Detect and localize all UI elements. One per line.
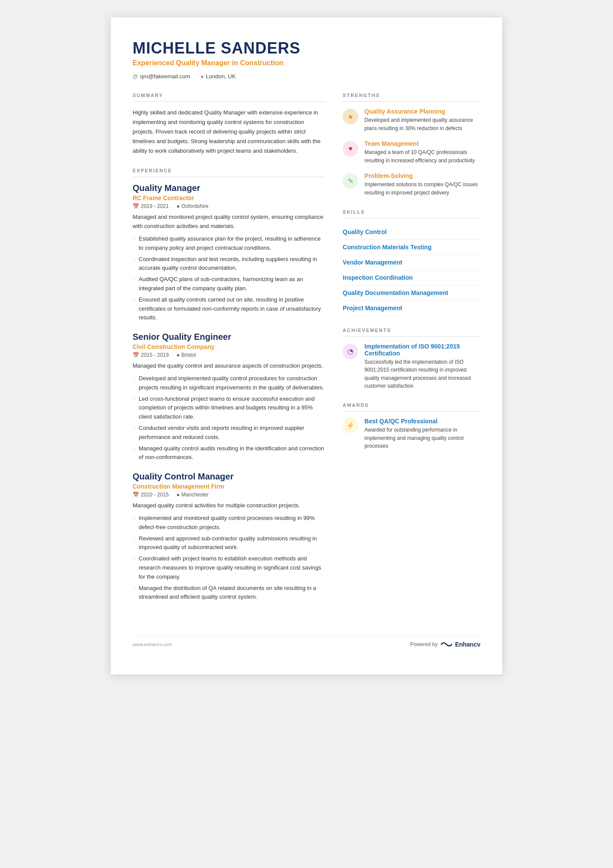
resume-page: MICHELLE SANDERS Experienced Quality Man… (111, 17, 502, 674)
calendar-icon-1: 📅 (133, 203, 139, 209)
left-column: SUMMARY Highly skilled and dedicated Qua… (133, 93, 325, 614)
job-title-1: Quality Manager (133, 183, 325, 193)
award-desc-1: Awarded for outstanding performance in i… (364, 426, 480, 450)
job-quality-manager: Quality Manager RC Frame Contractor 📅 20… (133, 183, 325, 322)
job-desc-3: Managed quality control activities for m… (133, 501, 325, 510)
bullet-item: Audited QA/QC plans of sub-contractors, … (133, 275, 325, 293)
award-best-qa: ⚡ Best QA/QC Professional Awarded for ou… (343, 418, 480, 450)
strength-title-2: Team Management (364, 140, 480, 147)
location-contact: ● London, UK (200, 73, 236, 80)
location-3: ● Manchester (177, 492, 209, 498)
footer: www.enhancv.com Powered by Enhancv (133, 636, 480, 648)
strength-problem-solving: ✎ Problem-Solving Implemented solutions … (343, 172, 480, 197)
skill-inspection: Inspection Coordination (343, 270, 480, 285)
calendar-icon-2: 📅 (133, 352, 139, 358)
candidate-tagline: Experienced Quality Manager in Construct… (133, 59, 480, 67)
awards-section: AWARDS ⚡ Best QA/QC Professional Awarded… (343, 402, 480, 450)
bolt-icon: ⚡ (343, 418, 358, 433)
job-meta-1: 📅 2019 - 2021 ● Oxfordshire (133, 203, 325, 209)
skill-documentation: Quality Documentation Management (343, 285, 480, 301)
candidate-name: MICHELLE SANDERS (133, 39, 480, 57)
skills-section: SKILLS Quality Control Construction Mate… (343, 209, 480, 315)
dates-1: 📅 2019 - 2021 (133, 203, 169, 209)
summary-title: SUMMARY (133, 93, 325, 102)
summary-text: Highly skilled and dedicated Quality Man… (133, 108, 325, 156)
heart-icon: ♥ (343, 141, 358, 157)
achievement-title-1: Implementation of ISO 9001:2015 Certific… (364, 343, 480, 357)
enhancv-logo-icon (440, 640, 453, 648)
bullets-1: Established quality assurance plan for t… (133, 235, 325, 322)
calendar-icon-3: 📅 (133, 492, 139, 498)
contact-row: @ qm@fakeemail.com ● London, UK (133, 73, 480, 80)
strength-content-2: Team Management Managed a team of 10 QA/… (364, 140, 480, 164)
bullet-item: Developed and implemented quality contro… (133, 374, 325, 392)
skill-project-mgmt: Project Management (343, 301, 480, 315)
achievements-title: ACHIEVEMENTS (343, 328, 480, 337)
company-1: RC Frame Contractor (133, 194, 325, 201)
award-content: Best QA/QC Professional Awarded for outs… (364, 418, 480, 450)
job-qc-manager: Quality Control Manager Construction Man… (133, 472, 325, 602)
strength-content-1: Quality Assurance Planning Developed and… (364, 108, 480, 132)
main-layout: SUMMARY Highly skilled and dedicated Qua… (133, 93, 480, 614)
achievement-desc-1: Successfully led the implementation of I… (364, 358, 480, 390)
job-title-2: Senior Quality Engineer (133, 332, 325, 342)
footer-brand: Powered by Enhancv (410, 640, 480, 648)
achievement-iso: ◔ Implementation of ISO 9001:2015 Certif… (343, 343, 480, 390)
company-3: Construction Management Firm (133, 483, 325, 490)
strength-desc-1: Developed and implemented quality assura… (364, 116, 480, 132)
achievement-content: Implementation of ISO 9001:2015 Certific… (364, 343, 480, 390)
award-title-1: Best QA/QC Professional (364, 418, 480, 425)
bullet-item: Established quality assurance plan for t… (133, 235, 325, 253)
bullet-item: Coordinated inspection and test records,… (133, 255, 325, 273)
location-icon: ● (200, 74, 203, 80)
skill-quality-control: Quality Control (343, 225, 480, 240)
company-2: Civil Construction Company (133, 343, 325, 350)
ribbon-icon: ◔ (343, 344, 358, 359)
skill-materials-testing: Construction Materials Testing (343, 240, 480, 255)
strength-title-3: Problem-Solving (364, 172, 480, 179)
strength-desc-3: Implemented solutions to complex QA/QC i… (364, 181, 480, 197)
right-column: STRENGTHS ★ Quality Assurance Planning D… (343, 93, 480, 614)
bullet-item: Reviewed and approved sub-contractor qua… (133, 534, 325, 553)
brand-name: Enhancv (455, 641, 480, 648)
email-text: qm@fakeemail.com (140, 73, 190, 80)
awards-title: AWARDS (343, 402, 480, 412)
footer-website: www.enhancv.com (133, 642, 172, 647)
bullet-item: Coordinated with project teams to establ… (133, 554, 325, 581)
location-text: London, UK (206, 73, 236, 80)
bullet-item: Conducted vendor visits and reports resu… (133, 424, 325, 442)
experience-title: EXPERIENCE (133, 168, 325, 177)
pin-icon-1: ● (177, 203, 180, 209)
bullet-item: Managed quality control audits resulting… (133, 444, 325, 462)
skills-title: SKILLS (343, 209, 480, 218)
strength-content-3: Problem-Solving Implemented solutions to… (364, 172, 480, 197)
experience-section: EXPERIENCE Quality Manager RC Frame Cont… (133, 168, 325, 602)
job-desc-2: Managed the quality control and assuranc… (133, 362, 325, 371)
strength-quality-assurance: ★ Quality Assurance Planning Developed a… (343, 108, 480, 132)
achievements-section: ACHIEVEMENTS ◔ Implementation of ISO 900… (343, 328, 480, 390)
bullets-3: Implemented and monitored quality contro… (133, 514, 325, 602)
strength-desc-2: Managed a team of 10 QA/QC professionals… (364, 148, 480, 164)
strengths-title: STRENGTHS (343, 93, 480, 102)
summary-section: SUMMARY Highly skilled and dedicated Qua… (133, 93, 325, 156)
location-1: ● Oxfordshire (177, 203, 208, 209)
email-icon: @ (133, 74, 138, 80)
bullet-item: Led cross-functional project teams to en… (133, 395, 325, 422)
job-senior-engineer: Senior Quality Engineer Civil Constructi… (133, 332, 325, 462)
wrench-icon: ✎ (343, 173, 358, 189)
strength-title-1: Quality Assurance Planning (364, 108, 480, 115)
location-2: ● Bristol (177, 352, 196, 358)
powered-by-text: Powered by (410, 641, 437, 647)
bullet-item: Implemented and monitored quality contro… (133, 514, 325, 532)
star-icon: ★ (343, 109, 358, 124)
job-title-3: Quality Control Manager (133, 472, 325, 482)
email-contact: @ qm@fakeemail.com (133, 73, 190, 80)
bullet-item: Ensured all quality controls carried out… (133, 295, 325, 322)
bullet-item: Managed the distribution of QA related d… (133, 584, 325, 602)
pin-icon-2: ● (177, 352, 180, 358)
strengths-section: STRENGTHS ★ Quality Assurance Planning D… (343, 93, 480, 197)
job-meta-3: 📅 2010 - 2015 ● Manchester (133, 492, 325, 498)
header-section: MICHELLE SANDERS Experienced Quality Man… (133, 39, 480, 80)
strength-team-mgmt: ♥ Team Management Managed a team of 10 Q… (343, 140, 480, 164)
skill-vendor-mgmt: Vendor Management (343, 255, 480, 270)
